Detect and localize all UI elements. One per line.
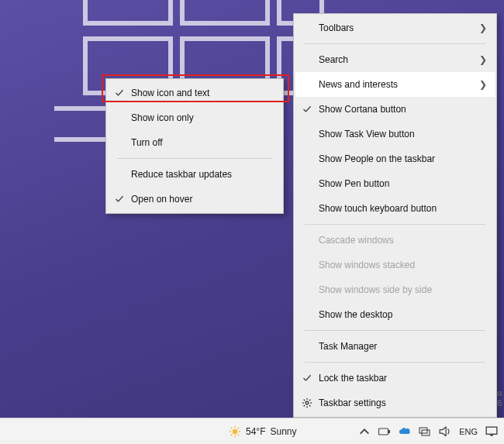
separator xyxy=(305,224,485,225)
network-icon[interactable] xyxy=(419,426,431,437)
system-tray: ENG xyxy=(358,426,498,437)
submenu-item-reduce-updates[interactable]: Reduce taskbar updates xyxy=(108,162,281,187)
menu-label: Toolbars xyxy=(319,22,354,33)
separator xyxy=(305,362,485,363)
battery-icon[interactable] xyxy=(378,426,391,437)
menu-label: Show Task View button xyxy=(319,129,415,139)
menu-label: Lock the taskbar xyxy=(319,373,387,384)
svg-rect-27 xyxy=(388,430,390,433)
chevron-right-icon: ❯ xyxy=(479,54,487,65)
menu-item-cascade: Cascade windows xyxy=(295,228,495,253)
weather-widget[interactable]: 54°F Sunny xyxy=(229,425,297,438)
submenu-item-turn-off[interactable]: Turn off xyxy=(108,130,281,155)
language-indicator[interactable]: ENG xyxy=(459,427,478,436)
menu-label: Show Pen button xyxy=(319,178,389,189)
menu-label: Open on hover xyxy=(131,194,192,205)
menu-label: Reduce taskbar updates xyxy=(131,169,232,180)
menu-item-task-manager[interactable]: Task Manager xyxy=(295,334,495,359)
menu-label: Turn off xyxy=(131,137,163,148)
menu-label: Show the desktop xyxy=(319,309,392,320)
sun-icon xyxy=(229,425,241,438)
notification-peek-o: o xyxy=(497,389,502,398)
svg-line-14 xyxy=(309,405,310,406)
menu-label: Task Manager xyxy=(319,341,377,352)
menu-item-sidebyside: Show windows side by side xyxy=(295,277,495,302)
svg-line-25 xyxy=(238,427,240,429)
menu-item-cortana[interactable]: Show Cortana button xyxy=(295,97,495,122)
taskbar-context-menu: Toolbars ❯ Search ❯ News and interests ❯… xyxy=(293,13,497,418)
menu-label: Show windows side by side xyxy=(319,284,432,295)
menu-label: Show People on the taskbar xyxy=(319,153,435,164)
taskbar[interactable]: 54°F Sunny ENG xyxy=(0,418,504,444)
menu-label: Search xyxy=(319,54,348,65)
menu-item-people[interactable]: Show People on the taskbar xyxy=(295,146,495,171)
gear-icon xyxy=(295,398,319,408)
volume-icon[interactable] xyxy=(439,426,451,437)
menu-item-news-interests[interactable]: News and interests ❯ xyxy=(295,72,495,97)
separator xyxy=(117,158,272,159)
menu-item-touch-keyboard[interactable]: Show touch keyboard button xyxy=(295,196,495,221)
submenu-item-icon-only[interactable]: Show icon only xyxy=(108,105,281,130)
svg-line-13 xyxy=(304,400,305,401)
weather-cond: Sunny xyxy=(270,426,296,437)
news-interests-submenu: Show icon and text Show icon only Turn o… xyxy=(105,78,284,214)
svg-rect-26 xyxy=(379,429,388,435)
menu-item-show-desktop[interactable]: Show the desktop xyxy=(295,302,495,327)
chevron-right-icon: ❯ xyxy=(479,79,487,90)
separator xyxy=(305,330,485,331)
svg-rect-1 xyxy=(182,0,268,23)
svg-line-16 xyxy=(309,400,310,401)
menu-label: Show Cortana button xyxy=(319,104,406,115)
weather-temp: 54°F xyxy=(246,426,265,437)
menu-item-taskview[interactable]: Show Task View button xyxy=(295,122,495,146)
menu-label: Taskbar settings xyxy=(319,398,386,408)
menu-label: Show touch keyboard button xyxy=(319,203,437,214)
menu-item-search[interactable]: Search ❯ xyxy=(295,47,495,72)
menu-label: Show windows stacked xyxy=(319,260,415,270)
svg-line-15 xyxy=(304,405,305,406)
menu-item-taskbar-settings[interactable]: Taskbar settings xyxy=(295,391,495,415)
svg-rect-0 xyxy=(85,0,171,23)
check-icon xyxy=(108,88,131,98)
menu-label: News and interests xyxy=(319,79,398,90)
svg-point-8 xyxy=(306,401,309,404)
menu-label: Show icon only xyxy=(131,112,194,123)
svg-line-24 xyxy=(231,434,233,435)
action-center-icon[interactable] xyxy=(485,426,498,437)
menu-item-toolbars[interactable]: Toolbars ❯ xyxy=(295,15,495,40)
svg-rect-30 xyxy=(486,427,497,434)
svg-point-17 xyxy=(233,429,237,433)
menu-label: Cascade windows xyxy=(319,235,394,246)
check-icon xyxy=(295,373,319,383)
menu-item-stacked: Show windows stacked xyxy=(295,253,495,277)
check-icon xyxy=(108,194,131,204)
menu-label: Show icon and text xyxy=(131,88,209,98)
onedrive-icon[interactable] xyxy=(399,426,411,437)
svg-line-22 xyxy=(231,427,233,429)
menu-item-lock-taskbar[interactable]: Lock the taskbar xyxy=(295,366,495,391)
chevron-right-icon: ❯ xyxy=(479,22,487,33)
submenu-item-icon-text[interactable]: Show icon and text xyxy=(108,81,281,105)
svg-line-23 xyxy=(238,434,240,435)
tray-chevron-up-icon[interactable] xyxy=(358,426,371,437)
check-icon xyxy=(295,105,319,114)
separator xyxy=(305,43,485,44)
submenu-item-open-on-hover[interactable]: Open on hover xyxy=(108,187,281,212)
menu-item-pen[interactable]: Show Pen button xyxy=(295,171,495,196)
